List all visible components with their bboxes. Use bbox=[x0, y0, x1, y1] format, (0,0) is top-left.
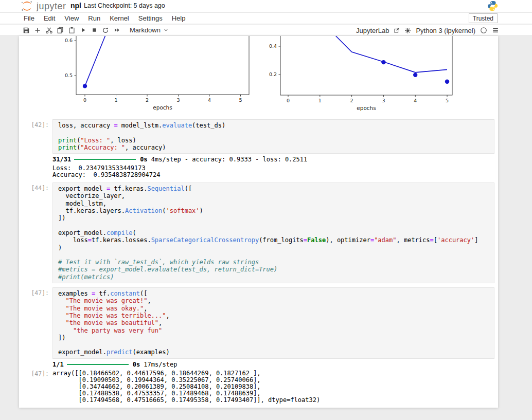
svg-text:4: 4 bbox=[414, 98, 417, 103]
restart-icon bbox=[102, 27, 109, 34]
menu-settings[interactable]: Settings bbox=[134, 13, 167, 23]
training-chart-1: 0123450.50.6epochs bbox=[51, 36, 262, 113]
jupyter-wordmark: jupyter bbox=[37, 1, 66, 12]
paste-cell-button[interactable] bbox=[66, 26, 77, 35]
cell-output-progress: 31/310s 4ms/step - accuracy: 0.9333 - lo… bbox=[52, 156, 498, 163]
svg-text:4: 4 bbox=[208, 97, 211, 103]
cell-input-prompt: [47]: bbox=[19, 287, 52, 359]
save-icon bbox=[23, 27, 30, 34]
cell-code-editor[interactable]: examples = tf.constant([ "The movie was … bbox=[52, 287, 494, 359]
svg-text:epochs: epochs bbox=[153, 104, 172, 111]
svg-text:epochs: epochs bbox=[357, 105, 376, 111]
svg-text:0.5: 0.5 bbox=[65, 72, 73, 78]
svg-text:2: 2 bbox=[350, 98, 353, 103]
menu-bar: File Edit View Run Kernel Settings Help … bbox=[0, 13, 532, 24]
cell-code-editor[interactable]: export_model = tf.keras.Sequential([ vec… bbox=[52, 182, 494, 283]
scissors-icon bbox=[45, 26, 53, 34]
interrupt-kernel-button[interactable] bbox=[88, 26, 100, 35]
cell-input-prompt: [42]: bbox=[19, 119, 52, 154]
svg-text:0.2: 0.2 bbox=[269, 71, 277, 77]
cell-type-dropdown[interactable]: Markdown bbox=[130, 26, 169, 34]
svg-text:5: 5 bbox=[239, 97, 242, 103]
kernel-status-icon bbox=[480, 27, 487, 34]
svg-text:1: 1 bbox=[318, 98, 322, 103]
python-logo-icon bbox=[487, 1, 498, 13]
cell-type-value: Markdown bbox=[130, 26, 161, 34]
notebook-filename[interactable]: npl bbox=[70, 2, 81, 10]
svg-text:5: 5 bbox=[446, 98, 449, 103]
cell-output-result: array([[0.18466502, 0.44617596, 0.186442… bbox=[52, 370, 320, 404]
jupyter-logo[interactable]: jupyter bbox=[21, 1, 66, 12]
svg-text:3: 3 bbox=[176, 97, 180, 103]
save-button[interactable] bbox=[21, 26, 32, 35]
svg-text:3: 3 bbox=[382, 98, 385, 103]
cell-input-prompt: [44]: bbox=[19, 182, 52, 283]
svg-text:1: 1 bbox=[114, 97, 117, 103]
fast-forward-icon bbox=[113, 27, 121, 33]
gear-icon[interactable] bbox=[404, 27, 411, 34]
notebook-cells: [42]:loss, accuracy = model_lstm.evaluat… bbox=[19, 119, 498, 404]
progress-bar bbox=[74, 159, 136, 160]
menu-kernel[interactable]: Kernel bbox=[105, 13, 134, 23]
chart-output-area: 0123450.50.6epochs0123450.20.4epochs bbox=[19, 36, 498, 113]
code-cell: [42]:loss, accuracy = model_lstm.evaluat… bbox=[19, 119, 498, 178]
notebook-document: 0123450.50.6epochs0123450.20.4epochs [42… bbox=[19, 36, 498, 408]
trusted-badge[interactable]: Trusted bbox=[469, 13, 498, 23]
kernel-name-label[interactable]: Python 3 (ipykernel) bbox=[416, 27, 475, 34]
cut-cell-button[interactable] bbox=[43, 26, 55, 35]
svg-text:0.6: 0.6 bbox=[65, 38, 73, 43]
training-chart-2: 0123450.20.4epochs bbox=[257, 36, 468, 113]
restart-run-all-button[interactable] bbox=[111, 26, 122, 35]
run-cell-button[interactable] bbox=[77, 26, 88, 35]
cell-output-text: Loss: 0.2347913533449173Accuracy: 0.9354… bbox=[52, 165, 498, 178]
menu-run[interactable]: Run bbox=[83, 13, 105, 23]
menu-file[interactable]: File bbox=[19, 13, 39, 23]
play-icon bbox=[80, 27, 86, 33]
jupyter-logo-icon bbox=[21, 1, 33, 12]
cell-code-editor[interactable]: loss, accuracy = model_lstm.evaluate(tes… bbox=[52, 119, 494, 154]
copy-icon bbox=[57, 26, 64, 34]
plus-icon bbox=[34, 27, 41, 34]
open-in-jupyterlab-link[interactable]: JupyterLab bbox=[356, 27, 389, 34]
cell-output-prompt: [47]: bbox=[19, 370, 52, 404]
add-cell-button[interactable] bbox=[32, 26, 43, 35]
menu-hamburger-icon[interactable] bbox=[492, 27, 499, 34]
svg-text:0.4: 0.4 bbox=[269, 43, 277, 49]
copy-cell-button[interactable] bbox=[55, 26, 66, 35]
cell-toolbar: Markdown JupyterLab Python 3 (ipykernel) bbox=[0, 25, 532, 36]
stop-icon bbox=[91, 27, 98, 33]
paste-icon bbox=[68, 26, 75, 34]
progress-bar bbox=[67, 364, 129, 365]
menu-view[interactable]: View bbox=[60, 13, 83, 23]
notebook-header: jupyter npl Last Checkpoint: 5 days ago bbox=[0, 0, 532, 12]
code-cell: [47]:examples = tf.constant([ "The movie… bbox=[19, 287, 498, 404]
menu-help[interactable]: Help bbox=[167, 13, 190, 23]
last-checkpoint-label: Last Checkpoint: 5 days ago bbox=[84, 2, 165, 9]
chevron-down-icon bbox=[163, 27, 169, 33]
cell-output-progress: 1/10s 17ms/step bbox=[52, 361, 498, 368]
menu-edit[interactable]: Edit bbox=[39, 13, 60, 23]
svg-text:2: 2 bbox=[146, 97, 149, 103]
external-link-icon[interactable] bbox=[394, 27, 400, 33]
restart-kernel-button[interactable] bbox=[100, 26, 111, 35]
svg-text:0: 0 bbox=[83, 97, 86, 103]
svg-text:0: 0 bbox=[287, 98, 290, 103]
code-cell: [44]:export_model = tf.keras.Sequential(… bbox=[19, 182, 498, 283]
